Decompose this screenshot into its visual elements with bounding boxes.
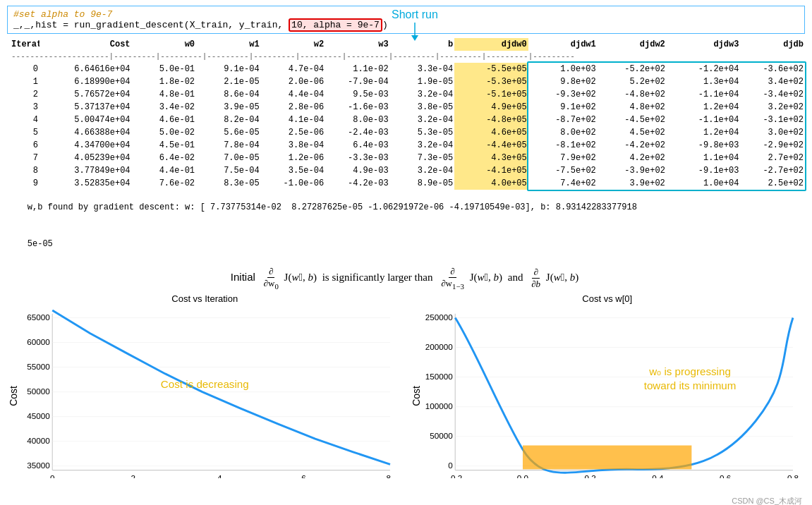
svg-text:8: 8 <box>386 473 390 478</box>
table-row: 64.34700e+044.5e-017.8e-043.8e-046.4e-03… <box>10 139 805 152</box>
data-table-section: Iteration Cost w0 w1 w2 w3 b djdw0 djdw1… <box>7 38 805 190</box>
chart1-ylabel: Cost <box>8 386 19 406</box>
footer-credit: CSDN @CS_木成河 <box>732 496 802 505</box>
chart1-ytick1: 40000 <box>27 436 50 445</box>
svg-text:200000: 200000 <box>425 342 452 351</box>
formula-frac2: ∂ ∂w1−3 J(w⃗, b) <box>438 272 505 283</box>
chart2-orange-region <box>522 445 691 469</box>
table-body: 06.64616e+045.0e-019.1e-044.7e-041.1e-02… <box>10 63 805 190</box>
header-djdw1: djdw1 <box>528 38 598 51</box>
header-djdw2: djdw2 <box>598 38 667 51</box>
svg-text:2: 2 <box>131 473 135 478</box>
chart2-annotation2: toward its minimum <box>643 379 736 391</box>
chart2-annotation1: w₀ is progressing <box>648 365 731 377</box>
table-row: 93.52835e+047.6e-028.3e-05-1.0e-06-4.2e-… <box>10 177 805 190</box>
chart1-annotation: Cost is decreasing <box>161 378 249 390</box>
formula-initial: Initial <box>231 271 255 283</box>
short-run-label: Short run <box>392 8 438 21</box>
svg-text:-0.2: -0.2 <box>448 473 462 478</box>
formula-significantly: is significantly larger than <box>322 272 433 283</box>
result-line-2: 5e-05 <box>7 226 805 262</box>
header-w1: w1 <box>196 38 261 51</box>
svg-marker-1 <box>411 35 418 41</box>
svg-text:0: 0 <box>448 461 453 470</box>
chart1-ytick6: 65000 <box>27 312 50 322</box>
svg-text:0.2: 0.2 <box>584 473 595 478</box>
svg-text:150000: 150000 <box>425 372 452 381</box>
result-line-1: w,b found by gradient descent: w: [ 7.73… <box>7 190 805 226</box>
header-djdw0: djdw0 <box>454 38 528 51</box>
svg-text:0.4: 0.4 <box>652 473 664 478</box>
table-row: 25.76572e+044.8e-018.6e-044.4e-049.5e-03… <box>10 88 805 101</box>
header-w2: w2 <box>261 38 326 51</box>
chart-cost-vs-iteration: Cost vs Iteration Cost 35000 40000 45000… <box>7 293 403 481</box>
chart-cost-vs-w0: Cost vs w[0] Cost 0 50000 100000 150000 … <box>410 293 806 481</box>
header-w3: w3 <box>325 38 390 51</box>
chart1-title: Cost vs Iteration <box>7 293 403 304</box>
svg-text:0.8: 0.8 <box>787 473 798 478</box>
svg-text:100000: 100000 <box>425 401 452 410</box>
short-run-arrow <box>404 23 425 44</box>
header-cost: Cost <box>40 38 132 51</box>
svg-text:0.0: 0.0 <box>516 473 528 478</box>
table-row: 16.18990e+041.8e-022.1e-052.0e-06-7.9e-0… <box>10 75 805 88</box>
chart1-ytick4: 55000 <box>27 362 50 371</box>
chart1-ytick2: 45000 <box>27 411 50 420</box>
charts-section: Cost vs Iteration Cost 35000 40000 45000… <box>7 293 805 481</box>
table-row: 54.66388e+045.0e-025.6e-052.5e-06-2.4e-0… <box>10 126 805 139</box>
svg-text:250000: 250000 <box>425 312 452 322</box>
table-separator: ---------------------|---------|--------… <box>10 51 805 63</box>
header-djdw3: djdw3 <box>667 38 741 51</box>
chart1-ytick5: 60000 <box>27 337 50 346</box>
table-row: 06.64616e+045.0e-019.1e-044.7e-041.1e-02… <box>10 63 805 75</box>
svg-text:50000: 50000 <box>430 431 453 440</box>
chart2-svg: Cost 0 50000 100000 150000 200000 250000 <box>410 305 806 478</box>
formula-frac1: ∂ ∂w0 J(w⃗, b) <box>261 272 320 283</box>
chart2-ylabel: Cost <box>411 386 422 406</box>
table-wrapper: Iteration Cost w0 w1 w2 w3 b djdw0 djdw1… <box>10 38 805 190</box>
svg-text:6: 6 <box>301 473 305 478</box>
chart1-svg: Cost 35000 40000 45000 50000 55000 60000… <box>7 305 403 478</box>
table-row: 35.37137e+043.4e-023.9e-052.8e-06-1.6e-0… <box>10 101 805 114</box>
chart2-title: Cost vs w[0] <box>410 293 806 304</box>
chart1-ytick3: 50000 <box>27 387 50 396</box>
formula-section: Initial ∂ ∂w0 J(w⃗, b) is significantly … <box>0 266 812 291</box>
table-row: 83.77849e+044.4e-017.5e-043.5e-044.9e-03… <box>10 164 805 177</box>
data-table: Iteration Cost w0 w1 w2 w3 b djdw0 djdw1… <box>10 38 805 190</box>
svg-text:4: 4 <box>217 473 222 478</box>
header-djdb: djdb <box>740 38 805 51</box>
main-container: Short run #set alpha to 9e-7 _,_,hist = … <box>0 6 812 505</box>
header-w0: w0 <box>132 38 197 51</box>
table-separator-row: ---------------------|---------|--------… <box>10 51 805 63</box>
formula-and: and <box>508 272 523 283</box>
formula-frac3: ∂ ∂b J(w⃗, b) <box>528 272 578 283</box>
svg-text:0.6: 0.6 <box>720 473 731 478</box>
table-row: 74.05239e+046.4e-027.0e-051.2e-06-3.3e-0… <box>10 152 805 164</box>
svg-text:0: 0 <box>50 473 55 478</box>
chart1-ytick0: 35000 <box>27 461 50 470</box>
table-row: 45.00474e+044.6e-018.2e-044.1e-048.0e-03… <box>10 114 805 126</box>
header-iteration: Iteration <box>10 38 40 51</box>
